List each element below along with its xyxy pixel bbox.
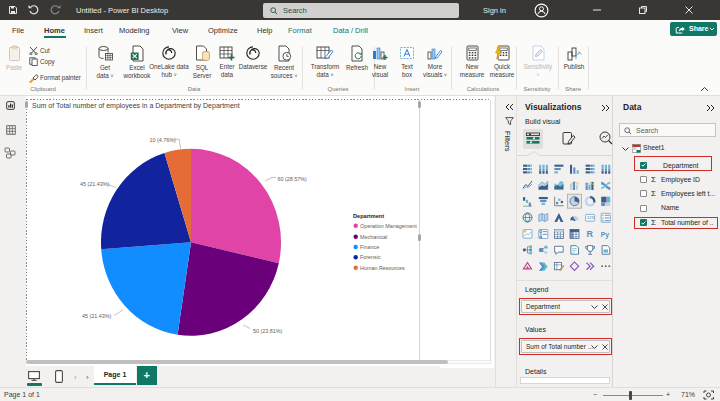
svg-text:45 (21.43%): 45 (21.43%): [82, 313, 112, 319]
svg-text:Py: Py: [601, 231, 610, 239]
svg-text:123: 123: [587, 215, 595, 220]
svg-text:Forensic: Forensic: [360, 254, 381, 260]
svg-text:Mechanical: Mechanical: [360, 234, 387, 240]
svg-text:10 (4.76%): 10 (4.76%): [150, 137, 177, 143]
svg-text:R: R: [587, 229, 594, 239]
svg-text:Operation Management: Operation Management: [360, 223, 417, 229]
svg-text:Finance: Finance: [360, 244, 379, 250]
svg-text:60 (28.57%): 60 (28.57%): [278, 176, 308, 182]
svg-text:50 (23.81%): 50 (23.81%): [253, 328, 283, 334]
svg-text:Sum of Total number of employe: Sum of Total number of employees in a De…: [32, 102, 240, 110]
svg-text:45 (21.43%): 45 (21.43%): [80, 181, 110, 187]
svg-text:Department: Department: [353, 213, 384, 219]
svg-text:Human Resources: Human Resources: [360, 265, 405, 271]
